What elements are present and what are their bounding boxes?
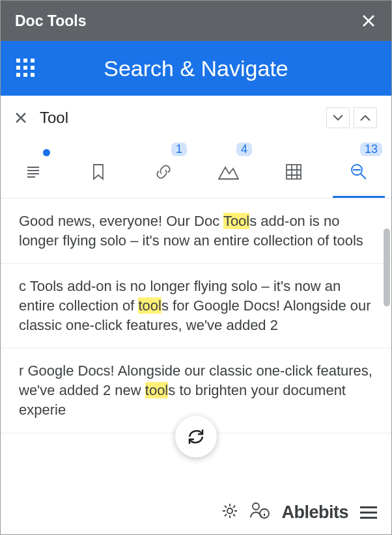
refresh-button[interactable] <box>175 416 217 458</box>
next-result-button[interactable] <box>326 107 350 128</box>
tab-tables[interactable] <box>261 145 326 198</box>
clear-search-button[interactable] <box>12 109 29 126</box>
bookmark-icon <box>90 162 107 182</box>
brand-name: Ablebits <box>281 502 348 523</box>
link-icon <box>154 162 173 182</box>
svg-rect-0 <box>287 165 301 179</box>
prev-result-button[interactable] <box>354 107 377 128</box>
scrollbar-thumb[interactable] <box>384 228 390 307</box>
menu-icon <box>360 506 377 508</box>
chevron-up-icon <box>359 114 371 122</box>
search-input[interactable] <box>40 109 316 127</box>
result-highlight: tool <box>138 297 161 314</box>
result-highlight: tool <box>145 382 168 398</box>
x-icon <box>14 111 27 124</box>
nav-arrows <box>326 107 377 128</box>
app-title: Doc Tools <box>15 12 360 30</box>
image-count-badge: 4 <box>236 143 252 156</box>
tab-search-results[interactable]: 13 <box>326 145 391 198</box>
search-count-badge: 13 <box>360 143 382 156</box>
tab-links[interactable]: 1 <box>131 145 196 198</box>
gear-icon <box>221 502 238 519</box>
tab-text[interactable] <box>1 145 66 198</box>
settings-button[interactable] <box>221 502 238 522</box>
magnifier-icon <box>349 162 369 182</box>
search-row <box>1 96 391 140</box>
footer: Ablebits <box>1 490 391 534</box>
titlebar: Doc Tools <box>1 1 391 41</box>
info-button[interactable] <box>250 502 270 523</box>
apps-grid-button[interactable] <box>16 59 36 78</box>
svg-point-2 <box>227 508 232 514</box>
chevron-down-icon <box>332 114 344 122</box>
tab-bookmarks[interactable] <box>66 145 131 198</box>
banner: Search & Navigate <box>1 41 391 96</box>
link-count-badge: 1 <box>171 143 187 156</box>
refresh-icon <box>186 426 206 447</box>
result-item[interactable]: Good news, everyone! Our Doc Tools add-o… <box>1 199 391 264</box>
panel-title: Search & Navigate <box>36 56 391 81</box>
menu-button[interactable] <box>360 506 377 519</box>
table-icon <box>285 163 303 181</box>
result-pre: Good news, everyone! Our Doc <box>19 213 223 229</box>
info-person-icon <box>250 502 270 520</box>
close-icon <box>361 14 376 28</box>
result-highlight: Tool <box>223 213 249 229</box>
text-lines-icon <box>23 162 43 182</box>
close-button[interactable] <box>360 12 377 29</box>
result-item[interactable]: c Tools add-on is no longer flying solo … <box>1 264 391 348</box>
tab-images[interactable]: 4 <box>196 145 261 198</box>
svg-point-3 <box>253 503 259 510</box>
dot-indicator <box>43 149 50 156</box>
mountains-icon <box>217 163 240 180</box>
tabs: 1 4 13 <box>1 140 391 199</box>
